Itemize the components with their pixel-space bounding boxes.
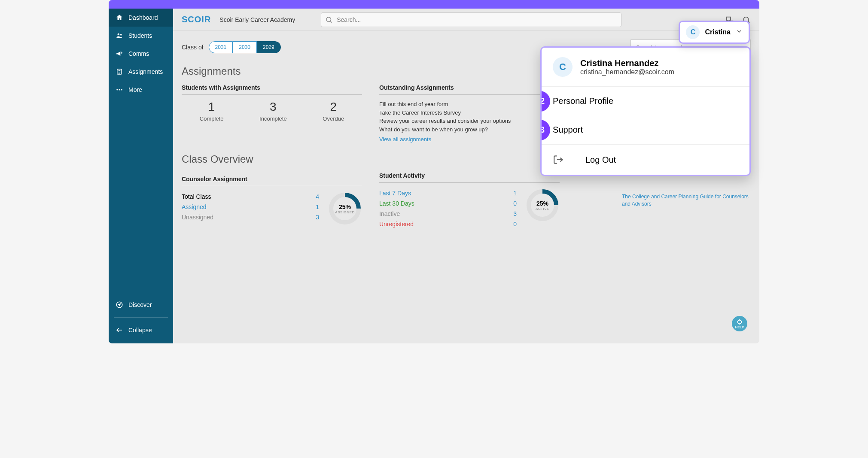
class-of-label: Class of	[182, 44, 204, 51]
megaphone-icon	[116, 50, 123, 58]
accent-bar	[109, 0, 759, 9]
logo: SCOIR	[182, 15, 211, 24]
sidebar-item-more[interactable]: More	[109, 81, 173, 99]
dots-icon	[116, 86, 123, 94]
svg-point-7	[326, 17, 331, 22]
users-icon	[116, 32, 123, 39]
annotation-badge: 13	[540, 120, 550, 140]
row-assigned[interactable]: Assigned1	[182, 202, 319, 212]
stat-label: Incomplete	[259, 115, 287, 122]
class-year-2030[interactable]: 2030	[233, 41, 257, 53]
stat-label: Complete	[200, 115, 224, 122]
user-chip[interactable]: C Cristina	[679, 21, 750, 44]
sidebar-item-label: Discover	[128, 301, 152, 308]
view-all-assignments-link[interactable]: View all assignments	[379, 136, 431, 143]
help-button[interactable]: HELP	[732, 316, 747, 331]
dropdown-header: C Cristina Hernandez cristina_hernandez@…	[542, 48, 749, 87]
sidebar-item-label: Comms	[128, 50, 149, 57]
clipboard-icon	[116, 68, 123, 76]
sidebar-item-label: Dashboard	[128, 14, 158, 21]
chevron-down-icon	[736, 28, 743, 36]
sidebar-item-label: Assignments	[128, 68, 163, 75]
stat-label: Overdue	[323, 115, 344, 122]
user-email: cristina_hernandez@scoir.com	[580, 68, 674, 76]
row-unregistered[interactable]: Unregistered0	[379, 219, 517, 229]
row-total-class[interactable]: Total Class4	[182, 191, 319, 202]
svg-point-1	[120, 34, 122, 36]
sidebar-item-assignments[interactable]: Assignments	[109, 63, 173, 81]
stat-num: 3	[259, 100, 287, 114]
menu-label: Log Out	[585, 155, 616, 165]
svg-point-3	[116, 89, 118, 91]
svg-point-5	[121, 89, 122, 91]
row-last-7[interactable]: Last 7 Days1	[379, 188, 517, 198]
class-year-2029[interactable]: 2029	[257, 41, 281, 53]
svg-point-0	[118, 33, 120, 36]
notification-panel: The College and Career Planning Guide fo…	[622, 193, 751, 208]
counselor-head: Counselor Assignment	[182, 176, 362, 186]
class-year-2031[interactable]: 2031	[209, 41, 233, 53]
class-year-segmented: 2031 2030 2029	[209, 41, 281, 53]
menu-label: Personal Profile	[553, 96, 613, 106]
activity-head: Student Activity	[379, 172, 560, 183]
row-unassigned[interactable]: Unassigned3	[182, 212, 319, 222]
donut-active: 25%ACTIVE	[525, 188, 560, 222]
collapse-icon	[116, 326, 123, 334]
sidebar-item-discover[interactable]: Discover	[109, 296, 173, 314]
user-short-name: Cristina	[705, 28, 731, 36]
menu-logout[interactable]: Log Out	[542, 145, 749, 175]
sidebar-item-students[interactable]: Students	[109, 27, 173, 45]
logout-icon	[553, 154, 564, 165]
menu-label: Support	[553, 125, 583, 135]
sidebar-item-dashboard[interactable]: Dashboard	[109, 9, 173, 27]
stat-complete: 1 Complete	[200, 100, 224, 122]
menu-support[interactable]: 13 Support	[542, 115, 749, 144]
stat-incomplete: 3 Incomplete	[259, 100, 287, 122]
org-name: Scoir Early Career Academy	[219, 16, 295, 23]
stat-num: 2	[323, 100, 344, 114]
sidebar-item-label: Students	[128, 32, 152, 39]
avatar: C	[686, 25, 700, 39]
sidebar-item-comms[interactable]: Comms	[109, 45, 173, 63]
svg-point-4	[119, 89, 120, 91]
divider	[114, 317, 168, 318]
search-input[interactable]	[321, 12, 621, 27]
user-dropdown: C Cristina Hernandez cristina_hernandez@…	[540, 46, 751, 176]
sidebar-item-label: Collapse	[128, 327, 152, 334]
home-icon	[116, 14, 123, 21]
stat-num: 1	[200, 100, 224, 114]
sidebar-item-collapse[interactable]: Collapse	[109, 321, 173, 339]
user-full-name: Cristina Hernandez	[580, 58, 674, 68]
stat-overdue: 2 Overdue	[323, 100, 344, 122]
header: SCOIR Scoir Early Career Academy	[173, 9, 759, 31]
help-label: HELP	[735, 325, 744, 329]
donut-assigned: 25%ASSIGNED	[328, 191, 362, 226]
sidebar-item-label: More	[128, 86, 142, 93]
row-inactive[interactable]: Inactive3	[379, 209, 517, 219]
compass-icon	[116, 301, 123, 309]
row-last-30[interactable]: Last 30 Days0	[379, 198, 517, 209]
avatar: C	[553, 57, 573, 77]
notification-link[interactable]: The College and Career Planning Guide fo…	[622, 194, 749, 207]
menu-personal-profile[interactable]: 12 Personal Profile	[542, 87, 749, 115]
search-icon	[325, 16, 333, 25]
annotation-badge: 12	[540, 91, 550, 112]
sidebar: Dashboard Students Comms Assignments Mor…	[109, 9, 173, 343]
students-with-assignments-head: Students with Assignments	[182, 84, 362, 95]
